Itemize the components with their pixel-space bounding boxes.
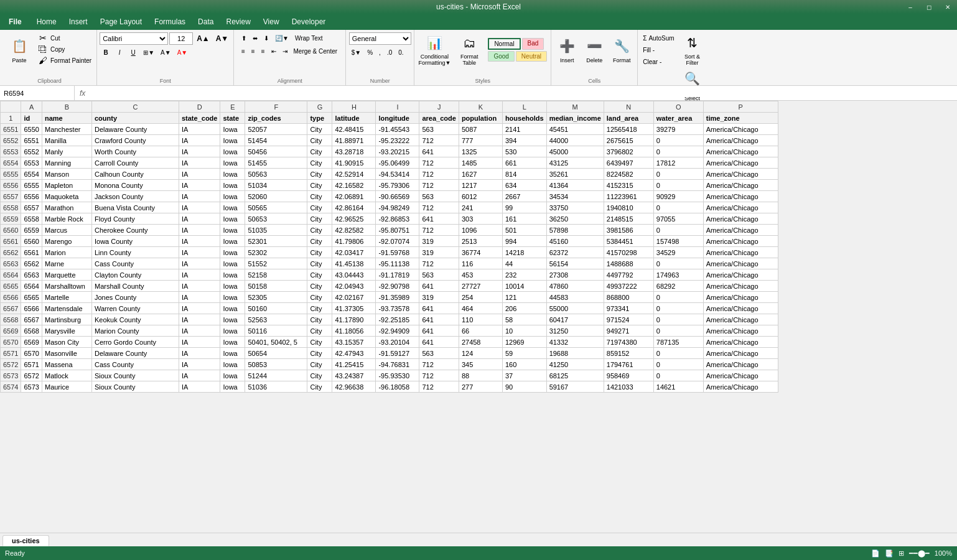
accounting-button[interactable]: $▼ — [349, 47, 363, 58]
cell[interactable]: America/Chicago — [703, 180, 778, 191]
cell[interactable]: City — [307, 213, 332, 225]
cell[interactable]: 27727 — [459, 281, 502, 292]
row-number[interactable]: 6554 — [1, 157, 21, 169]
autosum-button[interactable]: Σ AutoSum — [640, 32, 676, 44]
cell[interactable]: 50401, 50402, 5 — [245, 337, 307, 348]
cell[interactable]: 41.45138 — [332, 258, 376, 269]
delete-button[interactable]: ➖ Delete — [581, 32, 607, 67]
cell[interactable]: 0 — [653, 348, 703, 359]
cell[interactable]: Iowa — [220, 359, 245, 370]
cell[interactable]: America/Chicago — [703, 359, 778, 370]
cell[interactable]: IA — [179, 135, 220, 146]
cell[interactable]: 88 — [459, 370, 502, 381]
cell[interactable]: type — [307, 113, 332, 124]
cell[interactable]: 712 — [419, 359, 459, 370]
zoom-slider[interactable]: ━━⬤━ — [909, 549, 930, 558]
cell[interactable]: 17812 — [653, 157, 703, 169]
cell[interactable]: 712 — [419, 202, 459, 213]
cell[interactable]: 0 — [653, 202, 703, 213]
cell[interactable]: America/Chicago — [703, 314, 778, 325]
cell[interactable]: 563 — [419, 191, 459, 202]
cell[interactable]: 1096 — [459, 225, 502, 236]
cell[interactable]: -92.90798 — [376, 281, 419, 292]
cell[interactable]: -91.35989 — [376, 292, 419, 303]
cell[interactable]: 530 — [502, 146, 546, 157]
cell[interactable]: 42.04943 — [332, 281, 376, 292]
clear-button[interactable]: Clear - — [640, 56, 676, 67]
cell[interactable]: 41.88971 — [332, 135, 376, 146]
cell[interactable]: 712 — [419, 169, 459, 180]
cell[interactable]: Iowa — [220, 225, 245, 236]
cell[interactable]: 8224582 — [604, 169, 653, 180]
cell[interactable]: Marquette — [42, 269, 91, 281]
cell[interactable]: 712 — [419, 370, 459, 381]
cell[interactable]: 52302 — [245, 247, 307, 258]
cell[interactable]: 36250 — [546, 213, 604, 225]
cell[interactable]: 973341 — [604, 303, 653, 314]
cell[interactable]: 0 — [653, 303, 703, 314]
cell[interactable]: Sioux County — [91, 381, 179, 393]
cell[interactable]: 641 — [419, 303, 459, 314]
cell[interactable]: 1488688 — [604, 258, 653, 269]
cell[interactable]: City — [307, 370, 332, 381]
decrease-decimal-button[interactable]: 0. — [396, 47, 406, 58]
cell[interactable]: Martensdale — [42, 303, 91, 314]
cell[interactable]: -91.17819 — [376, 269, 419, 281]
cell[interactable]: Iowa — [220, 247, 245, 258]
cell[interactable]: City — [307, 225, 332, 236]
cell[interactable]: 641 — [419, 325, 459, 337]
cell[interactable]: 661 — [502, 157, 546, 169]
cell[interactable]: -95.06499 — [376, 157, 419, 169]
cell[interactable]: 3981586 — [604, 225, 653, 236]
conditional-formatting-button[interactable]: 📊 Conditional Formatting▼ — [418, 32, 450, 67]
cell[interactable]: 303 — [459, 213, 502, 225]
cell[interactable]: -90.66569 — [376, 191, 419, 202]
cell[interactable]: IA — [179, 314, 220, 325]
font-color-button[interactable]: A▼ — [175, 47, 190, 58]
cell[interactable]: 41250 — [546, 359, 604, 370]
cell[interactable]: Marshall County — [91, 281, 179, 292]
cell[interactable]: -92.07074 — [376, 236, 419, 247]
cell[interactable]: 160 — [502, 359, 546, 370]
cell[interactable]: 27308 — [546, 269, 604, 281]
cell[interactable]: 712 — [419, 180, 459, 191]
cell[interactable]: 50654 — [245, 348, 307, 359]
cell[interactable]: Iowa — [220, 169, 245, 180]
cell[interactable]: America/Chicago — [703, 236, 778, 247]
col-header-f[interactable]: F — [245, 101, 307, 113]
cell[interactable]: Delaware County — [91, 124, 179, 135]
row-number[interactable]: 6574 — [1, 381, 21, 393]
cell[interactable]: IA — [179, 381, 220, 393]
cell[interactable]: 277 — [459, 381, 502, 393]
view-page-break-icon[interactable]: ⊞ — [899, 549, 904, 558]
sort-filter-button[interactable]: ⇅ Sort & Filter — [678, 32, 707, 67]
cell[interactable]: 57898 — [546, 225, 604, 236]
cell[interactable]: 6566 — [21, 303, 42, 314]
cell[interactable]: 634 — [502, 180, 546, 191]
cell[interactable]: 42.96525 — [332, 213, 376, 225]
cell[interactable]: 59167 — [546, 381, 604, 393]
cell[interactable]: 45160 — [546, 236, 604, 247]
cell[interactable]: -95.93530 — [376, 370, 419, 381]
cell[interactable]: City — [307, 314, 332, 325]
col-header-d[interactable]: D — [179, 101, 220, 113]
cell[interactable]: IA — [179, 348, 220, 359]
cell[interactable]: 6554 — [21, 169, 42, 180]
cell[interactable]: 41.25415 — [332, 359, 376, 370]
cell[interactable]: 52158 — [245, 269, 307, 281]
cell[interactable]: name — [42, 113, 91, 124]
cell[interactable]: IA — [179, 169, 220, 180]
cell[interactable]: Iowa — [220, 269, 245, 281]
menu-data[interactable]: Data — [192, 14, 220, 30]
font-name-select[interactable]: Calibri — [100, 32, 168, 45]
cell[interactable]: IA — [179, 236, 220, 247]
row-number[interactable]: 6559 — [1, 213, 21, 225]
cell[interactable]: 453 — [459, 269, 502, 281]
cell[interactable]: Floyd County — [91, 213, 179, 225]
cell[interactable]: 1325 — [459, 146, 502, 157]
cell[interactable]: -95.23222 — [376, 135, 419, 146]
cell[interactable]: land_area — [604, 113, 653, 124]
cell[interactable]: 59 — [502, 348, 546, 359]
cell[interactable]: 394 — [502, 135, 546, 146]
row-number[interactable]: 6560 — [1, 225, 21, 236]
